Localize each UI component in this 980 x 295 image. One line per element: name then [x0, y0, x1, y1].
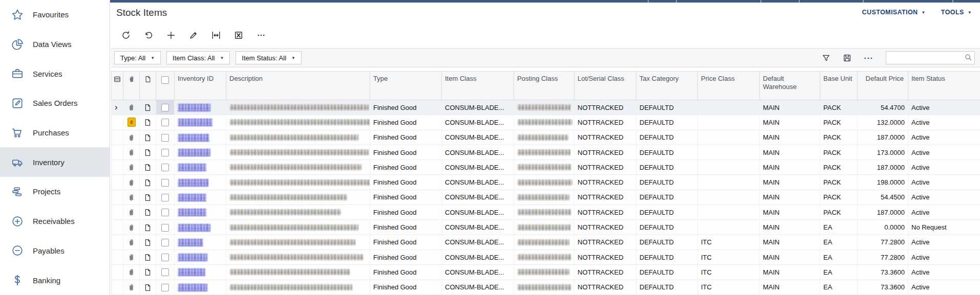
item-class-filter-dropdown[interactable]: Item Class: All ▼: [166, 51, 230, 64]
row-notes-cell[interactable]: [140, 235, 156, 249]
table-row[interactable]: Finished Good CONSUM-BLADE... NOTTRACKED…: [112, 175, 980, 190]
row-notes-cell[interactable]: [140, 145, 156, 160]
column-header-default-price[interactable]: Default Price: [858, 72, 908, 100]
row-notes-cell[interactable]: [140, 280, 156, 294]
tools-menu[interactable]: TOOLS ▼: [941, 9, 972, 16]
table-row[interactable]: Finished Good CONSUM-BLADE... NOTTRACKED…: [112, 265, 980, 280]
redacted-inventory-id-link[interactable]: [178, 164, 206, 171]
row-checkbox[interactable]: [161, 104, 169, 111]
row-expander-cell[interactable]: [112, 190, 123, 205]
row-expander-cell[interactable]: [112, 235, 123, 249]
table-row[interactable]: Finished Good CONSUM-BLADE... NOTTRACKED…: [112, 130, 980, 145]
table-row[interactable]: Finished Good CONSUM-BLADE... NOTTRACKED…: [112, 160, 980, 175]
row-checkbox[interactable]: [161, 164, 169, 171]
redacted-inventory-id-link[interactable]: [178, 239, 203, 246]
row-expander-cell[interactable]: [112, 160, 123, 175]
refresh-button[interactable]: [121, 31, 131, 40]
row-checkbox-cell[interactable]: [156, 249, 175, 264]
row-checkbox[interactable]: [161, 119, 169, 126]
row-checkbox[interactable]: [161, 194, 169, 201]
row-checkbox-cell[interactable]: [156, 175, 175, 190]
row-attachment-cell[interactable]: [123, 100, 140, 115]
row-notes-cell[interactable]: [140, 175, 156, 190]
select-all-checkbox[interactable]: [161, 76, 169, 84]
column-header-tax-category[interactable]: Tax Category: [636, 72, 698, 100]
row-checkbox-cell[interactable]: [156, 145, 175, 160]
row-checkbox[interactable]: [161, 284, 169, 291]
row-checkbox[interactable]: [161, 179, 169, 187]
redacted-inventory-id-link[interactable]: [178, 254, 207, 261]
row-notes-cell[interactable]: [140, 130, 156, 145]
row-checkbox[interactable]: [161, 239, 169, 246]
row-attachment-cell[interactable]: [123, 249, 140, 264]
redacted-inventory-id-link[interactable]: [178, 119, 212, 126]
inventory-id-cell[interactable]: [175, 130, 226, 145]
column-header-lot-serial-class[interactable]: Lot/Serial Class: [574, 72, 636, 100]
sidebar-item-receivables[interactable]: Receivables: [0, 207, 110, 236]
row-attachment-cell[interactable]: [123, 145, 140, 160]
column-header-base-unit[interactable]: Base Unit: [820, 72, 858, 100]
sidebar-item-sales-orders[interactable]: Sales Orders: [0, 88, 110, 118]
undo-button[interactable]: [144, 31, 153, 40]
grid-more-button[interactable]: ...: [864, 54, 874, 62]
column-header-price-class[interactable]: Price Class: [698, 72, 760, 100]
sidebar-item-favourites[interactable]: Favourites: [0, 0, 110, 30]
column-header-inventory-id[interactable]: Inventory ID: [175, 72, 226, 100]
table-row[interactable]: Finished Good CONSUM-BLADE... NOTTRACKED…: [112, 220, 980, 235]
row-checkbox[interactable]: [161, 134, 169, 142]
row-notes-cell[interactable]: [140, 190, 156, 205]
save-filter-button[interactable]: [843, 54, 851, 62]
row-attachment-cell[interactable]: [123, 115, 140, 130]
column-header-default-warehouse[interactable]: Default Warehouse: [760, 72, 820, 100]
row-notes-cell[interactable]: [140, 249, 156, 264]
table-row[interactable]: Finished Good CONSUM-BLADE... NOTTRACKED…: [112, 190, 980, 205]
sidebar-item-data-views[interactable]: Data Views: [0, 30, 110, 59]
row-checkbox-cell[interactable]: [156, 265, 175, 280]
search-icon[interactable]: [964, 53, 972, 61]
add-button[interactable]: [166, 31, 176, 40]
redacted-inventory-id-link[interactable]: [178, 149, 210, 156]
column-header-posting-class[interactable]: Posting Class: [514, 72, 574, 100]
row-attachment-cell[interactable]: [123, 265, 140, 280]
row-checkbox-cell[interactable]: [156, 280, 175, 294]
sidebar-item-services[interactable]: Services: [0, 59, 110, 88]
inventory-id-cell[interactable]: [175, 280, 226, 294]
customisation-menu[interactable]: CUSTOMISATION ▼: [862, 9, 926, 16]
row-attachment-cell[interactable]: [123, 205, 140, 220]
row-checkbox-cell[interactable]: [156, 220, 175, 235]
table-row[interactable]: Finished Good CONSUM-BLADE... NOTTRACKED…: [112, 115, 980, 130]
row-expander-cell[interactable]: [112, 115, 123, 130]
row-notes-cell[interactable]: [140, 115, 156, 130]
fit-width-button[interactable]: [211, 31, 221, 40]
filter-settings-button[interactable]: [822, 54, 830, 62]
row-expander-cell[interactable]: [112, 265, 123, 280]
sidebar-item-banking[interactable]: Banking: [0, 265, 110, 295]
row-attachment-cell[interactable]: [123, 280, 140, 294]
inventory-id-cell[interactable]: [175, 235, 226, 249]
column-header-description[interactable]: Description: [226, 72, 370, 100]
inventory-id-cell[interactable]: [175, 190, 226, 205]
table-row[interactable]: Finished Good CONSUM-BLADE... NOTTRACKED…: [112, 145, 980, 160]
redacted-inventory-id-link[interactable]: [178, 104, 210, 111]
inventory-id-cell[interactable]: [175, 100, 226, 115]
row-attachment-cell[interactable]: [123, 130, 140, 145]
row-checkbox[interactable]: [161, 209, 169, 216]
inventory-id-cell[interactable]: [175, 160, 226, 175]
type-filter-dropdown[interactable]: Type: All ▼: [114, 51, 161, 64]
select-all-header[interactable]: [156, 72, 175, 100]
row-checkbox-cell[interactable]: [156, 115, 175, 130]
redacted-inventory-id-link[interactable]: [178, 194, 206, 201]
row-attachment-cell[interactable]: [123, 235, 140, 249]
row-attachment-cell[interactable]: [123, 175, 140, 190]
table-row[interactable]: Finished Good CONSUM-BLADE... NOTTRACKED…: [112, 205, 980, 220]
row-expander-cell[interactable]: [112, 130, 123, 145]
inventory-id-cell[interactable]: [175, 115, 226, 130]
more-button[interactable]: [257, 31, 266, 40]
row-checkbox-cell[interactable]: [156, 100, 175, 115]
notes-column-header[interactable]: [140, 72, 156, 100]
row-checkbox-cell[interactable]: [156, 130, 175, 145]
row-expander-cell[interactable]: [112, 205, 123, 220]
inventory-id-cell[interactable]: [175, 249, 226, 264]
table-row[interactable]: Finished Good CONSUM-BLADE... NOTTRACKED…: [112, 280, 980, 294]
row-checkbox-cell[interactable]: [156, 160, 175, 175]
